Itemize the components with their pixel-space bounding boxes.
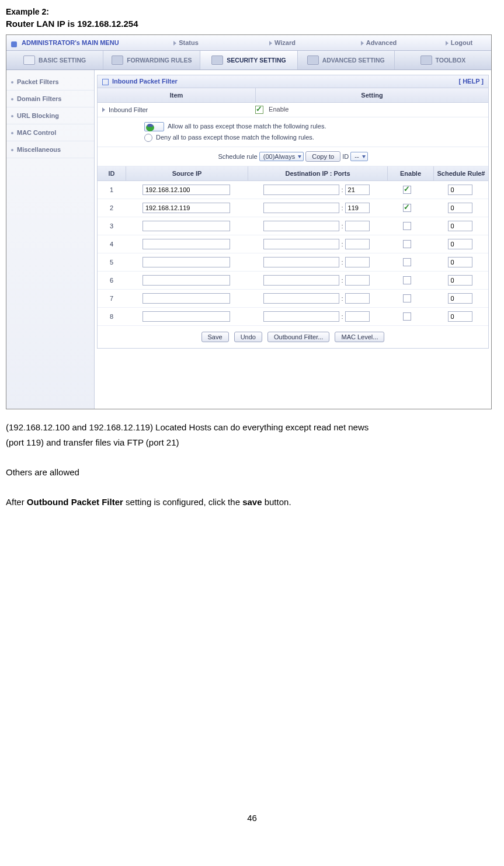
row-enable-checkbox[interactable]	[403, 222, 411, 230]
panel-icon	[102, 79, 109, 85]
security-icon	[211, 55, 223, 65]
schedule-rule-input[interactable]	[448, 185, 472, 195]
col-destination: Destination IP : Ports	[248, 166, 387, 180]
radio-allow-label: Allow all to pass except those match the…	[168, 123, 326, 130]
schedule-rule-input[interactable]	[448, 221, 472, 231]
marker-icon	[446, 41, 449, 46]
destination-ip-input[interactable]	[263, 293, 339, 304]
enable-checkbox[interactable]	[255, 106, 263, 114]
source-ip-input[interactable]	[142, 185, 230, 195]
row-enable-checkbox[interactable]	[403, 312, 411, 321]
col-schedule: Schedule Rule#	[433, 166, 488, 180]
destination-port-input[interactable]	[345, 185, 370, 195]
row-id: 2	[98, 201, 126, 215]
sidebar-item-url-blocking[interactable]: URL Blocking	[6, 107, 94, 124]
row-enable-checkbox[interactable]	[403, 186, 411, 194]
help-link[interactable]: [ HELP ]	[458, 78, 484, 85]
table-row: 6 :	[98, 272, 488, 290]
row-enable-checkbox[interactable]	[403, 258, 411, 266]
sidebar-item-domain-filters[interactable]: Domain Filters	[6, 91, 94, 107]
row-enable-checkbox[interactable]	[403, 240, 411, 248]
schedule-rule-input[interactable]	[448, 239, 472, 249]
row-id: 8	[98, 309, 126, 324]
id-select[interactable]: --	[350, 152, 367, 161]
row-id: 3	[98, 219, 126, 233]
source-ip-input[interactable]	[142, 239, 230, 249]
destination-ip-input[interactable]	[263, 275, 339, 286]
tab-toolbox[interactable]: TOOLBOX	[395, 51, 491, 69]
tab-security-setting[interactable]: SECURITY SETTING	[200, 51, 297, 69]
col-id: ID	[98, 166, 126, 180]
source-ip-input[interactable]	[142, 293, 230, 304]
row-id: 4	[98, 237, 126, 251]
row-id: 1	[98, 183, 126, 197]
destination-ip-input[interactable]	[263, 185, 339, 195]
panel-title: Inbound Packet Filter	[102, 78, 178, 85]
basic-icon	[23, 55, 35, 65]
schedule-rule-input[interactable]	[448, 203, 472, 213]
radio-allow[interactable]	[144, 122, 164, 131]
schedule-rule-label: Schedule rule	[218, 153, 257, 160]
tab-advanced-setting[interactable]: ADVANCED SETTING	[298, 51, 395, 69]
save-button[interactable]: Save	[201, 332, 229, 342]
explanation-line-2: Others are allowed	[6, 465, 498, 480]
destination-ip-input[interactable]	[263, 221, 339, 231]
destination-port-input[interactable]	[345, 311, 370, 322]
inbound-packet-filter-panel: Inbound Packet Filter [ HELP ] Item Sett…	[97, 75, 489, 349]
source-ip-input[interactable]	[142, 221, 230, 231]
destination-port-input[interactable]	[345, 221, 370, 231]
sidebar: Packet Filters Domain Filters URL Blocki…	[6, 70, 95, 409]
sidebar-item-mac-control[interactable]: MAC Control	[6, 124, 94, 141]
sidebar-item-miscellaneous[interactable]: Miscellaneous	[6, 141, 94, 158]
marker-icon	[173, 41, 176, 46]
tab-forwarding-rules[interactable]: FORWARDING RULES	[103, 51, 200, 69]
destination-ip-input[interactable]	[263, 257, 339, 267]
destination-port-input[interactable]	[345, 203, 370, 213]
tab-bar: BASIC SETTING FORWARDING RULES SECURITY …	[6, 51, 491, 70]
tab-basic-setting[interactable]: BASIC SETTING	[6, 51, 103, 69]
toolbox-icon	[420, 55, 432, 65]
forwarding-icon	[112, 55, 123, 65]
menu-status[interactable]: Status	[138, 39, 234, 46]
source-ip-input[interactable]	[142, 275, 230, 286]
advanced-icon	[307, 55, 319, 65]
mac-level-button[interactable]: MAC Level...	[335, 332, 384, 342]
destination-port-input[interactable]	[345, 257, 370, 267]
sidebar-item-packet-filters[interactable]: Packet Filters	[6, 74, 94, 91]
marker-icon	[269, 41, 272, 46]
table-row: 3 :	[98, 217, 488, 235]
menu-advanced[interactable]: Advanced	[331, 39, 427, 46]
copy-to-button[interactable]: Copy to	[305, 151, 340, 162]
undo-button[interactable]: Undo	[234, 332, 262, 342]
schedule-rule-input[interactable]	[448, 275, 472, 286]
menu-logout[interactable]: Logout	[427, 39, 491, 46]
source-ip-input[interactable]	[142, 257, 230, 267]
schedule-rule-input[interactable]	[448, 311, 472, 322]
source-ip-input[interactable]	[142, 203, 230, 213]
row-enable-checkbox[interactable]	[403, 294, 411, 302]
explanation-line-1b: (port 119) and transfer files via FTP (p…	[6, 435, 498, 450]
destination-port-input[interactable]	[345, 293, 370, 304]
row-enable-checkbox[interactable]	[403, 276, 411, 284]
schedule-rule-input[interactable]	[448, 257, 472, 267]
table-row: 4 :	[98, 235, 488, 253]
row-id: 5	[98, 255, 126, 269]
schedule-rule-input[interactable]	[448, 293, 472, 304]
row-id: 7	[98, 291, 126, 305]
destination-port-input[interactable]	[345, 239, 370, 249]
outbound-filter-button[interactable]: Outbound Filter...	[267, 332, 329, 342]
destination-ip-input[interactable]	[263, 311, 339, 322]
marker-icon	[361, 41, 364, 46]
row-enable-checkbox[interactable]	[403, 204, 411, 212]
radio-deny-label: Deny all to pass except those match the …	[156, 134, 314, 141]
table-row: 7 :	[98, 290, 488, 308]
menu-wizard[interactable]: Wizard	[234, 39, 331, 46]
destination-ip-input[interactable]	[263, 203, 339, 213]
schedule-rule-select[interactable]: (00)Always	[259, 152, 304, 161]
router-ip-line: Router LAN IP is 192.168.12.254	[6, 19, 498, 29]
source-ip-input[interactable]	[142, 311, 230, 322]
destination-port-input[interactable]	[345, 275, 370, 286]
page-number: 46	[6, 813, 498, 823]
destination-ip-input[interactable]	[263, 239, 339, 249]
radio-deny[interactable]	[144, 134, 152, 142]
